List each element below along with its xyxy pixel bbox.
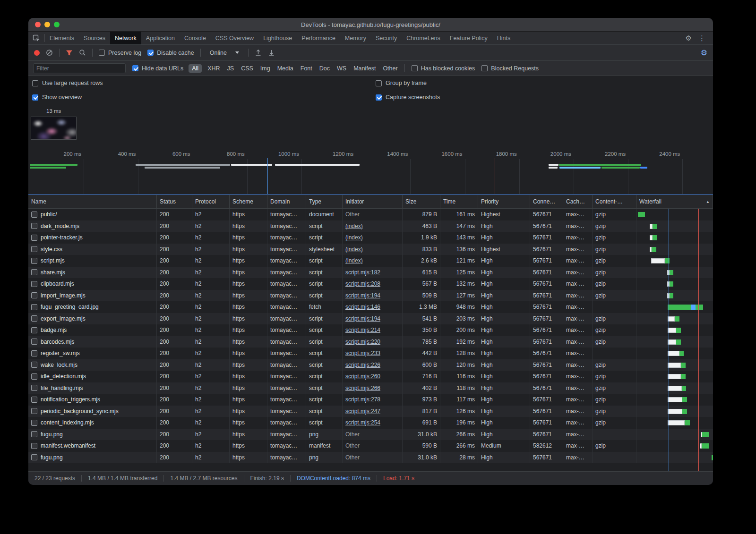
capture-screenshots-checkbox[interactable]: Capture screenshots [376, 94, 440, 101]
screenshot-thumbnail[interactable] [31, 117, 77, 140]
tab-sources[interactable]: Sources [79, 32, 110, 44]
checkbox-box[interactable] [99, 50, 105, 56]
blocked-requests-checkbox[interactable]: Blocked Requests [481, 65, 539, 72]
group-by-frame-checkbox[interactable]: Group by frame [376, 80, 427, 86]
tab-security[interactable]: Security [371, 32, 402, 44]
initiator-link[interactable]: script.mjs:214 [345, 327, 380, 333]
tab-chromelens[interactable]: ChromeLens [402, 32, 445, 44]
tab-elements[interactable]: Elements [45, 32, 79, 44]
checkbox-box[interactable] [32, 80, 38, 86]
filter-type-font[interactable]: Font [301, 65, 312, 72]
table-row-manifest-webmanifest[interactable]: manifest.webmanifest200h2httpstomayac…ma… [28, 440, 713, 452]
table-row-public[interactable]: public/200h2httpstomayac…documentOther87… [28, 209, 713, 220]
tab-performance[interactable]: Performance [297, 32, 340, 44]
table-row-fugu-png[interactable]: fugu.png200h2httpstomayac…pngOther31.0 k… [28, 429, 713, 441]
column-header-initiator[interactable]: Initiator [343, 195, 403, 208]
table-row-register-sw-mjs[interactable]: register_sw.mjs200h2httpstomayac…scripts… [28, 348, 713, 359]
initiator-link[interactable]: script.mjs:208 [345, 280, 380, 287]
table-row-fugu-png[interactable]: fugu.png200h2httpstomayac…pngOther31.0 k… [28, 452, 713, 464]
filter-type-media[interactable]: Media [277, 65, 293, 72]
initiator-link[interactable]: script.mjs:260 [345, 373, 380, 380]
checkbox-box[interactable] [132, 65, 138, 71]
checkbox-box[interactable] [32, 94, 38, 101]
has-blocked-cookies-checkbox[interactable]: Has blocked cookies [412, 65, 475, 72]
column-header-scheme[interactable]: Scheme [230, 195, 267, 208]
column-header-conne[interactable]: Conne… [530, 195, 563, 208]
table-row-idle-detection-mjs[interactable]: idle_detection.mjs200h2httpstomayac…scri… [28, 371, 713, 382]
network-overview-timeline[interactable]: 200 ms400 ms600 ms800 ms1000 ms1200 ms14… [28, 145, 713, 195]
table-row-export-image-mjs[interactable]: export_image.mjs200h2httpstomayac…script… [28, 313, 713, 325]
table-row-wake-lock-mjs[interactable]: wake_lock.mjs200h2httpstomayac…scriptscr… [28, 359, 713, 371]
table-row-periodic-background-sync-mjs[interactable]: periodic_background_sync.mjs200h2httpsto… [28, 406, 713, 417]
filter-type-xhr[interactable]: XHR [207, 65, 220, 72]
filter-type-doc[interactable]: Doc [319, 65, 330, 72]
initiator-link[interactable]: script.mjs:194 [345, 315, 380, 322]
column-header-time[interactable]: Time [440, 195, 478, 208]
table-row-content-indexing-mjs[interactable]: content_indexing.mjs200h2httpstomayac…sc… [28, 417, 713, 429]
filter-type-other[interactable]: Other [383, 65, 397, 72]
show-overview-checkbox[interactable]: Show overview [32, 94, 82, 101]
filter-input[interactable] [33, 63, 126, 73]
table-row-notification-triggers-mjs[interactable]: notification_triggers.mjs200h2httpstomay… [28, 394, 713, 406]
import-har-icon[interactable] [255, 49, 262, 56]
filter-type-js[interactable]: JS [227, 65, 234, 72]
table-row-clipboard-mjs[interactable]: clipboard.mjs200h2httpstomayac…scriptscr… [28, 278, 713, 290]
table-row-share-mjs[interactable]: share.mjs200h2httpstomayac…scriptscript.… [28, 267, 713, 279]
export-har-icon[interactable] [268, 49, 275, 56]
tab-feature-policy[interactable]: Feature Policy [445, 32, 492, 44]
minimize-window-button[interactable] [44, 22, 50, 27]
filter-type-manifest[interactable]: Manifest [353, 65, 376, 72]
table-row-script-mjs[interactable]: script.mjs200h2httpstomayac…script(index… [28, 255, 713, 267]
filter-type-ws[interactable]: WS [337, 65, 346, 72]
initiator-link[interactable]: script.mjs:247 [345, 408, 380, 415]
column-header-status[interactable]: Status [157, 195, 192, 208]
tab-css-overview[interactable]: CSS Overview [211, 32, 258, 44]
table-row-pointer-tracker-js[interactable]: pointer-tracker.js200h2httpstomayac…scri… [28, 232, 713, 244]
network-settings-gear-icon[interactable]: ⚙ [701, 48, 707, 57]
initiator-link[interactable]: script.mjs:226 [345, 362, 380, 368]
more-options-kebab-icon[interactable]: ⋮ [696, 34, 707, 42]
checkbox-box[interactable] [147, 50, 154, 56]
initiator-link[interactable]: (index) [345, 223, 363, 229]
table-row-barcodes-mjs[interactable]: barcodes.mjs200h2httpstomayac…scriptscri… [28, 336, 713, 348]
column-header-type[interactable]: Type [306, 195, 343, 208]
fullscreen-window-button[interactable] [54, 22, 60, 27]
use-large-request-rows-checkbox[interactable]: Use large request rows [32, 80, 103, 86]
initiator-link[interactable]: script.mjs:254 [345, 419, 380, 426]
initiator-link[interactable]: script.mjs:220 [345, 339, 380, 345]
tab-application[interactable]: Application [141, 32, 180, 44]
initiator-link[interactable]: script.mjs:182 [345, 269, 380, 276]
tab-memory[interactable]: Memory [340, 32, 371, 44]
column-header-protocol[interactable]: Protocol [192, 195, 230, 208]
checkbox-box[interactable] [481, 65, 488, 71]
column-header-cach[interactable]: Cach… [563, 195, 593, 208]
filter-type-css[interactable]: CSS [241, 65, 253, 72]
initiator-link[interactable]: script.mjs:278 [345, 396, 380, 403]
column-header-content[interactable]: Content-… [593, 195, 636, 208]
column-header-domain[interactable]: Domain [267, 195, 306, 208]
tab-network[interactable]: Network [110, 32, 141, 44]
preserve-log-checkbox[interactable]: Preserve log [99, 50, 141, 56]
devtools-settings-gear-icon[interactable]: ⚙ [686, 34, 692, 42]
inspect-element-icon[interactable] [28, 32, 44, 44]
initiator-link[interactable]: script.mjs:146 [345, 304, 380, 310]
disable-cache-checkbox[interactable]: Disable cache [147, 50, 194, 56]
table-row-badge-mjs[interactable]: badge.mjs200h2httpstomayac…scriptscript.… [28, 324, 713, 336]
hide-data-urls-checkbox[interactable]: Hide data URLs [132, 65, 183, 72]
column-header-priority[interactable]: Priority [478, 195, 530, 208]
column-header-name[interactable]: Name [28, 195, 157, 208]
initiator-link[interactable]: (index) [345, 234, 363, 241]
clear-network-log-icon[interactable] [46, 49, 53, 56]
filter-type-all[interactable]: All [189, 64, 202, 73]
table-row-dark-mode-mjs[interactable]: dark_mode.mjs200h2httpstomayac…script(in… [28, 220, 713, 232]
initiator-link[interactable]: (index) [345, 257, 363, 264]
column-header-waterfall[interactable]: Waterfall▲ [636, 195, 713, 208]
throttling-dropdown[interactable]: Online [207, 48, 242, 58]
tab-lighthouse[interactable]: Lighthouse [258, 32, 297, 44]
column-header-size[interactable]: Size [403, 195, 440, 208]
search-icon[interactable] [79, 49, 86, 56]
table-row-file-handling-mjs[interactable]: file_handling.mjs200h2httpstomayac…scrip… [28, 382, 713, 394]
initiator-link[interactable]: (index) [345, 246, 363, 253]
initiator-link[interactable]: script.mjs:233 [345, 350, 380, 356]
close-window-button[interactable] [35, 22, 41, 27]
